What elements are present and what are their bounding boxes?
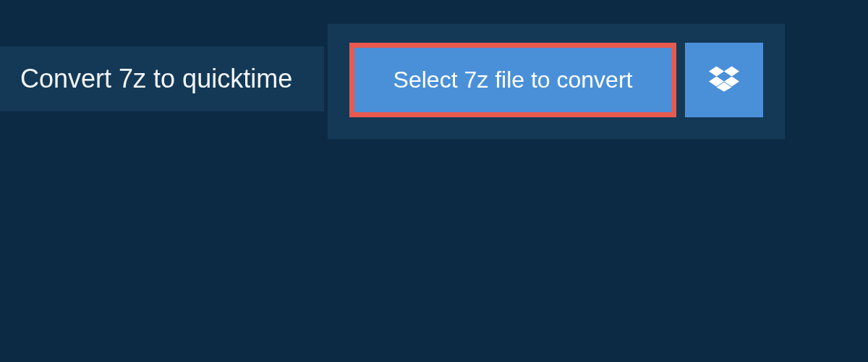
select-file-button[interactable]: Select 7z file to convert (349, 43, 677, 117)
dropbox-button[interactable] (685, 43, 763, 117)
dropbox-icon (709, 64, 739, 97)
converter-panel: Select 7z file to convert (328, 24, 786, 139)
page-title: Convert 7z to quicktime (20, 64, 292, 93)
title-bar: Convert 7z to quicktime (0, 46, 324, 111)
select-file-label: Select 7z file to convert (393, 67, 633, 93)
button-row: Select 7z file to convert (349, 43, 764, 117)
